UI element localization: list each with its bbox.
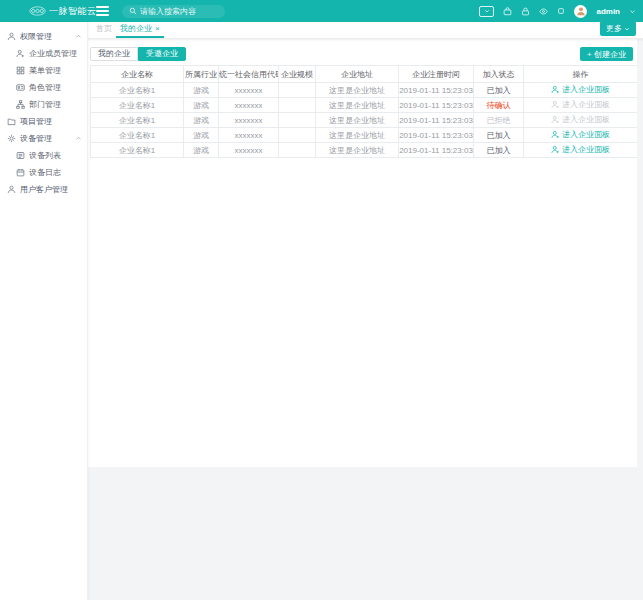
cell-code: xxxxxxx xyxy=(219,143,279,158)
create-enterprise-button[interactable]: + 创建企业 xyxy=(580,47,633,61)
cell-code: xxxxxxx xyxy=(219,113,279,128)
sidebar-item[interactable]: 用户客户管理 xyxy=(0,181,87,198)
app-switcher-select[interactable] xyxy=(479,6,494,17)
eye-icon[interactable] xyxy=(539,7,548,16)
sidebar-item-label: 部门管理 xyxy=(29,99,61,110)
cell-address: 这里是企业地址 xyxy=(316,128,399,143)
cell-code: xxxxxxx xyxy=(219,83,279,98)
cell-scale xyxy=(279,83,316,98)
sidebar-item[interactable]: 设备列表 xyxy=(0,147,87,164)
tab-bar: 首页 我的企业 × 更多 xyxy=(88,22,643,39)
cell-industry: 游戏 xyxy=(184,98,219,113)
enter-enterprise-panel-link[interactable]: 进入企业面板 xyxy=(551,84,610,95)
cell-time: 2019-01-11 15:23:03 xyxy=(399,128,474,143)
my-enterprise-button[interactable]: 我的企业 xyxy=(90,47,138,61)
chevron-down-icon xyxy=(624,26,630,32)
cell-time: 2019-01-11 15:23:03 xyxy=(399,83,474,98)
chevron-down-icon[interactable] xyxy=(629,8,636,15)
column-header: 操作 xyxy=(524,66,638,83)
enter-enterprise-panel-link: 进入企业面板 xyxy=(551,99,610,110)
sidebar-item[interactable]: 部门管理 xyxy=(0,96,87,113)
cell-name: 企业名称1 xyxy=(91,113,184,128)
sidebar-item[interactable]: 权限管理 xyxy=(0,28,87,45)
status-badge: 待确认 xyxy=(487,101,511,110)
briefcase-icon[interactable] xyxy=(503,7,512,16)
more-button[interactable]: 更多 xyxy=(600,21,636,36)
enter-enterprise-panel-link[interactable]: 进入企业面板 xyxy=(551,144,610,155)
device-list-icon xyxy=(16,151,25,160)
table-row: 企业名称1游戏xxxxxxx这里是企业地址2019-01-11 15:23:03… xyxy=(91,128,638,143)
table-row: 企业名称1游戏xxxxxxx这里是企业地址2019-01-11 15:23:03… xyxy=(91,113,638,128)
menu-toggle-button[interactable] xyxy=(96,6,109,16)
column-header: 统一社会信用代码 xyxy=(219,66,279,83)
cell-address: 这里是企业地址 xyxy=(316,98,399,113)
cell-action: 进入企业面板 xyxy=(524,83,638,98)
sidebar-item-label: 设备列表 xyxy=(29,150,61,161)
action-label: 进入企业面板 xyxy=(562,99,610,110)
project-icon xyxy=(7,117,16,126)
username-label: admin xyxy=(596,7,620,16)
table-row: 企业名称1游戏xxxxxxx这里是企业地址2019-01-11 15:23:03… xyxy=(91,98,638,113)
cell-action: 进入企业面板 xyxy=(524,143,638,158)
tab-my-enterprise[interactable]: 我的企业 × xyxy=(116,23,164,38)
enter-panel-icon xyxy=(551,115,560,124)
more-label: 更多 xyxy=(606,23,622,34)
enterprise-filter-group: 我的企业 受邀企业 xyxy=(90,47,186,61)
cell-status: 已拒绝 xyxy=(474,113,524,128)
cell-industry: 游戏 xyxy=(184,113,219,128)
close-icon[interactable]: × xyxy=(155,25,160,33)
sidebar-item-label: 项目管理 xyxy=(20,116,52,127)
enter-panel-icon xyxy=(551,130,560,139)
enter-enterprise-panel-link[interactable]: 进入企业面板 xyxy=(551,129,610,140)
sidebar: 权限管理企业成员管理菜单管理角色管理部门管理项目管理设备管理设备列表设备日志用户… xyxy=(0,22,88,600)
cell-time: 2019-01-11 15:23:03 xyxy=(399,98,474,113)
chevron-up-icon xyxy=(75,33,82,40)
sidebar-item-label: 设备管理 xyxy=(20,133,52,144)
sidebar-item[interactable]: 设备日志 xyxy=(0,164,87,181)
customer-icon xyxy=(7,185,16,194)
global-search[interactable] xyxy=(122,5,225,18)
avatar[interactable] xyxy=(574,5,587,18)
toolbar: 我的企业 受邀企业 + 创建企业 xyxy=(90,47,637,61)
sidebar-item[interactable]: 设备管理 xyxy=(0,130,87,147)
cell-name: 企业名称1 xyxy=(91,128,184,143)
search-input[interactable] xyxy=(140,7,218,16)
sidebar-item[interactable]: 菜单管理 xyxy=(0,62,87,79)
logo-icon xyxy=(29,6,46,16)
column-header: 企业地址 xyxy=(316,66,399,83)
sidebar-item-label: 用户客户管理 xyxy=(20,184,68,195)
cell-status: 已加入 xyxy=(474,83,524,98)
action-label: 进入企业面板 xyxy=(562,144,610,155)
cell-scale xyxy=(279,128,316,143)
enter-panel-icon xyxy=(551,145,560,154)
logo: 一脉智能云 xyxy=(0,5,88,18)
column-header: 企业注册时间 xyxy=(399,66,474,83)
device-icon xyxy=(7,134,16,143)
invited-enterprise-button[interactable]: 受邀企业 xyxy=(138,47,186,61)
cell-status: 待确认 xyxy=(474,98,524,113)
cell-industry: 游戏 xyxy=(184,143,219,158)
enter-enterprise-panel-link: 进入企业面板 xyxy=(551,114,610,125)
column-header: 企业规模 xyxy=(279,66,316,83)
cell-scale xyxy=(279,98,316,113)
tab-label: 我的企业 xyxy=(120,23,152,34)
sidebar-item[interactable]: 企业成员管理 xyxy=(0,45,87,62)
search-icon xyxy=(129,7,137,15)
logo-text: 一脉智能云 xyxy=(49,5,97,18)
members-icon xyxy=(16,49,25,58)
lock-icon[interactable] xyxy=(521,7,530,16)
cell-scale xyxy=(279,113,316,128)
sidebar-item[interactable]: 项目管理 xyxy=(0,113,87,130)
sidebar-item[interactable]: 角色管理 xyxy=(0,79,87,96)
status-badge: 已加入 xyxy=(487,86,511,95)
cell-action: 进入企业面板 xyxy=(524,113,638,128)
sidebar-item-label: 企业成员管理 xyxy=(29,48,77,59)
cell-address: 这里是企业地址 xyxy=(316,113,399,128)
top-header: 一脉智能云 xyxy=(0,0,643,22)
tab-home[interactable]: 首页 xyxy=(92,23,116,38)
cell-address: 这里是企业地址 xyxy=(316,83,399,98)
action-label: 进入企业面板 xyxy=(562,84,610,95)
fullscreen-icon[interactable] xyxy=(557,7,565,15)
chevron-up-icon xyxy=(75,135,82,142)
org-icon xyxy=(16,100,25,109)
